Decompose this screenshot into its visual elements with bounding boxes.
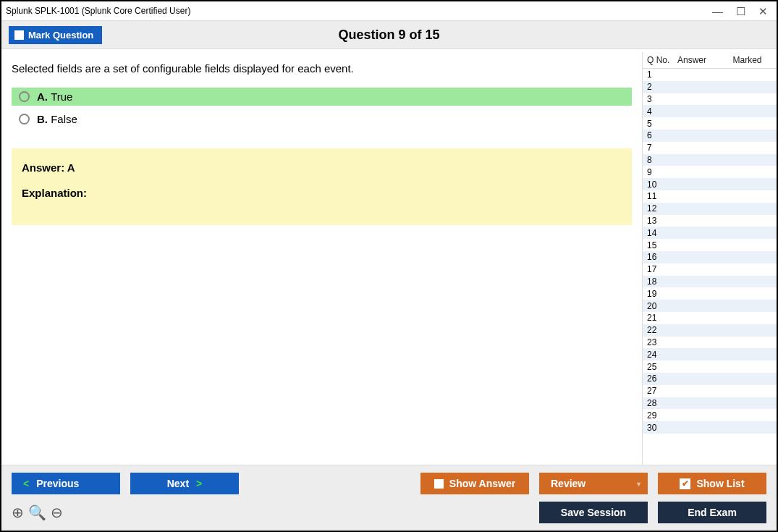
list-item[interactable]: 7 bbox=[643, 142, 777, 154]
list-item[interactable]: 29 bbox=[643, 409, 777, 421]
qno-cell: 5 bbox=[647, 119, 677, 129]
checkbox-icon bbox=[14, 30, 24, 40]
list-item[interactable]: 11 bbox=[643, 190, 777, 203]
zoom-out-icon[interactable]: ⊖ bbox=[51, 505, 63, 520]
maximize-icon[interactable]: ☐ bbox=[736, 6, 745, 17]
question-content: Selected fields are a set of configurabl… bbox=[1, 49, 642, 465]
qno-cell: 22 bbox=[647, 325, 677, 335]
checkbox-icon bbox=[434, 479, 444, 489]
qno-cell: 26 bbox=[647, 373, 677, 384]
end-exam-label: End Exam bbox=[688, 507, 737, 518]
zoom-controls: ⊕ 🔍 ⊖ bbox=[12, 505, 63, 520]
previous-button[interactable]: < Previous bbox=[12, 473, 120, 494]
qno-cell: 3 bbox=[647, 94, 677, 104]
show-list-button[interactable]: ✔ Show List bbox=[658, 473, 766, 494]
option-label: B. False bbox=[37, 113, 77, 125]
list-item[interactable]: 2 bbox=[643, 81, 777, 93]
list-item[interactable]: 5 bbox=[643, 117, 777, 130]
list-item[interactable]: 24 bbox=[643, 348, 777, 360]
list-item[interactable]: 12 bbox=[643, 203, 777, 215]
show-list-label: Show List bbox=[696, 478, 744, 489]
qno-cell: 27 bbox=[647, 386, 677, 396]
list-item[interactable]: 14 bbox=[643, 227, 777, 239]
list-item[interactable]: 16 bbox=[643, 251, 777, 263]
show-answer-button[interactable]: Show Answer bbox=[420, 473, 529, 494]
qno-cell: 4 bbox=[647, 106, 677, 117]
window-controls: — ☐ ✕ bbox=[712, 6, 768, 17]
list-item[interactable]: 18 bbox=[643, 276, 777, 288]
list-item[interactable]: 22 bbox=[643, 324, 777, 337]
review-button[interactable]: Review ▾ bbox=[539, 473, 648, 494]
save-session-button[interactable]: Save Session bbox=[539, 502, 648, 523]
minimize-icon[interactable]: — bbox=[712, 6, 723, 17]
question-list[interactable]: 1234567891011121314151617181920212223242… bbox=[643, 68, 777, 465]
next-label: Next bbox=[167, 478, 189, 489]
radio-icon[interactable] bbox=[19, 114, 30, 124]
caret-down-icon: ▾ bbox=[637, 480, 640, 488]
qno-cell: 18 bbox=[647, 276, 677, 287]
next-button[interactable]: Next > bbox=[130, 473, 239, 494]
explanation-label: Explanation: bbox=[22, 187, 622, 199]
window-title: Splunk SPLK-1001 (Splunk Core Certified … bbox=[6, 6, 712, 16]
qno-cell: 29 bbox=[647, 410, 677, 421]
answer-box: Answer: A Explanation: bbox=[12, 148, 632, 225]
option-row[interactable]: A. True bbox=[12, 88, 632, 106]
end-exam-button[interactable]: End Exam bbox=[658, 502, 766, 523]
list-item[interactable]: 25 bbox=[643, 360, 777, 373]
qno-cell: 12 bbox=[647, 203, 677, 214]
list-item[interactable]: 1 bbox=[643, 69, 777, 81]
title-bar: Splunk SPLK-1001 (Splunk Core Certified … bbox=[1, 1, 777, 20]
qno-cell: 19 bbox=[647, 289, 677, 299]
list-item[interactable]: 30 bbox=[643, 421, 777, 434]
qno-cell: 28 bbox=[647, 398, 677, 408]
qno-cell: 14 bbox=[647, 228, 677, 238]
header-bar: Mark Question Question 9 of 15 bbox=[1, 20, 777, 49]
qno-cell: 13 bbox=[647, 216, 677, 226]
qno-cell: 9 bbox=[647, 167, 677, 177]
col-answer: Answer bbox=[677, 55, 719, 65]
close-icon[interactable]: ✕ bbox=[758, 6, 768, 17]
list-item[interactable]: 10 bbox=[643, 178, 777, 190]
mark-question-label: Mark Question bbox=[28, 30, 93, 41]
chevron-left-icon: < bbox=[23, 478, 29, 489]
list-item[interactable]: 28 bbox=[643, 397, 777, 410]
qno-cell: 23 bbox=[647, 337, 677, 347]
zoom-reset-icon[interactable]: 🔍 bbox=[28, 505, 46, 520]
option-row[interactable]: B. False bbox=[12, 110, 632, 128]
zoom-in-icon[interactable]: ⊕ bbox=[12, 505, 24, 520]
col-marked: Marked bbox=[719, 55, 775, 65]
qno-cell: 30 bbox=[647, 423, 677, 433]
radio-icon[interactable] bbox=[19, 91, 30, 102]
list-item[interactable]: 20 bbox=[643, 300, 777, 312]
list-item[interactable]: 27 bbox=[643, 385, 777, 397]
qno-cell: 8 bbox=[647, 155, 677, 165]
question-heading: Question 9 of 15 bbox=[338, 28, 439, 43]
list-item[interactable]: 26 bbox=[643, 373, 777, 385]
list-item[interactable]: 8 bbox=[643, 154, 777, 166]
answer-label: Answer: A bbox=[22, 161, 622, 174]
list-item[interactable]: 9 bbox=[643, 166, 777, 178]
list-item[interactable]: 21 bbox=[643, 312, 777, 324]
list-item[interactable]: 3 bbox=[643, 93, 777, 106]
save-session-label: Save Session bbox=[561, 507, 626, 518]
qno-cell: 15 bbox=[647, 240, 677, 250]
checkbox-checked-icon: ✔ bbox=[680, 478, 690, 489]
mark-question-button[interactable]: Mark Question bbox=[9, 26, 102, 44]
col-qno: Q No. bbox=[647, 55, 677, 65]
list-item[interactable]: 17 bbox=[643, 263, 777, 276]
qno-cell: 16 bbox=[647, 252, 677, 262]
list-item[interactable]: 4 bbox=[643, 105, 777, 117]
qno-cell: 20 bbox=[647, 301, 677, 311]
option-label: A. True bbox=[37, 90, 72, 103]
list-item[interactable]: 13 bbox=[643, 215, 777, 227]
list-item[interactable]: 6 bbox=[643, 130, 777, 142]
list-item[interactable]: 19 bbox=[643, 287, 777, 300]
chevron-right-icon: > bbox=[196, 478, 202, 489]
qno-cell: 25 bbox=[647, 362, 677, 372]
qno-cell: 21 bbox=[647, 313, 677, 323]
show-answer-label: Show Answer bbox=[449, 478, 515, 489]
list-item[interactable]: 23 bbox=[643, 337, 777, 349]
list-item[interactable]: 15 bbox=[643, 239, 777, 251]
qno-cell: 1 bbox=[647, 69, 677, 80]
qno-cell: 17 bbox=[647, 264, 677, 274]
